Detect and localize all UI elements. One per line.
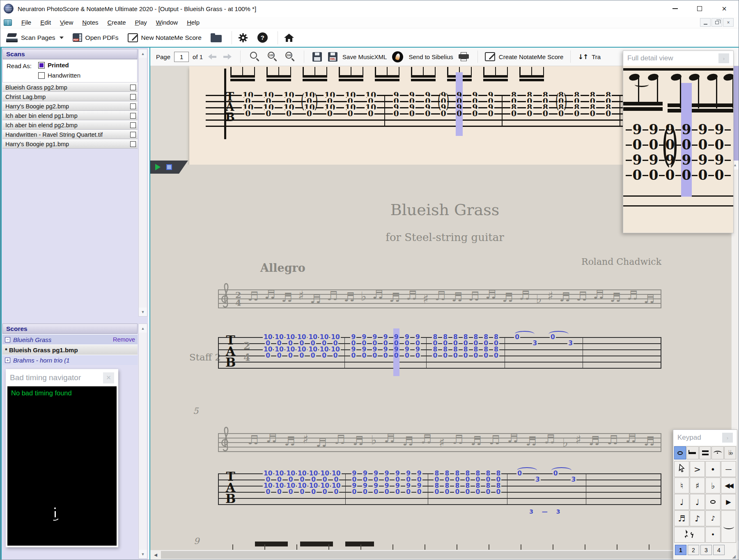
printed-checkbox[interactable]	[38, 62, 45, 69]
save-xml-icon[interactable]: XML	[328, 52, 337, 62]
chevron-down-icon[interactable]	[60, 37, 64, 39]
menu-view[interactable]: View	[55, 18, 78, 27]
tab-number[interactable]: 0	[493, 352, 499, 359]
tab-number[interactable]: 0	[444, 488, 450, 496]
keypad-whole-note-small-button[interactable]	[705, 494, 721, 510]
tab-number[interactable]: 0	[483, 352, 489, 359]
tab-number[interactable]: 3	[535, 476, 541, 483]
keypad-page-tab-1[interactable]: 1	[675, 545, 686, 555]
tab-number[interactable]: 0	[550, 333, 556, 341]
scores-scrollbar[interactable]: ▲ ▼	[138, 324, 147, 559]
child-close-button[interactable]: ×	[723, 18, 734, 27]
scan-file-checkbox[interactable]	[130, 141, 136, 147]
tab-number[interactable]: 0	[632, 167, 643, 183]
tab-number[interactable]: 0	[542, 109, 549, 118]
menu-create[interactable]: Create	[103, 18, 131, 27]
tab-number[interactable]: 0	[393, 352, 399, 359]
tab-number[interactable]: 9	[714, 122, 725, 138]
tab-number[interactable]: 0	[465, 488, 471, 496]
tab-number[interactable]: 0	[510, 109, 517, 118]
keypad-natural-button[interactable]: ♮	[674, 477, 689, 493]
tab-number[interactable]: 0	[434, 488, 440, 496]
tab-number[interactable]: 9	[632, 122, 643, 138]
score-list-item[interactable]: −Blueish GrassRemove	[2, 334, 138, 344]
tab-number[interactable]: 0	[287, 352, 294, 359]
print-icon[interactable]	[459, 52, 469, 61]
read-as-printed-option[interactable]: Printed	[38, 62, 69, 69]
stop-icon[interactable]	[166, 164, 172, 170]
tab-number[interactable]: 0	[573, 109, 580, 118]
tab-number[interactable]: 0	[265, 109, 272, 118]
send-to-sibelius-button[interactable]: Send to Sibelius	[409, 53, 453, 60]
keypad-rests-button[interactable]	[674, 527, 705, 543]
tab-number[interactable]: 0	[714, 137, 725, 153]
keypad-mode-whole-note[interactable]	[674, 446, 686, 459]
tab-number[interactable]: 0	[350, 352, 356, 359]
tab-number[interactable]: 9	[681, 152, 692, 168]
scan-file-row[interactable]: Christ Lag.bmp	[2, 92, 138, 101]
tab-number[interactable]: 3	[567, 340, 574, 347]
save-musicxml-button[interactable]: Save MusicXML	[342, 53, 387, 60]
tab-number[interactable]: 0	[333, 352, 339, 359]
tab-number[interactable]: 9	[698, 152, 709, 168]
scroll-down-arrow-icon[interactable]: ▼	[139, 308, 147, 316]
expand-icon[interactable]: +	[5, 358, 10, 363]
tab-number[interactable]: 0	[452, 352, 459, 359]
play-icon[interactable]	[155, 164, 161, 170]
keypad-mode-beamed-notes[interactable]	[699, 446, 711, 459]
tab-number[interactable]: 0	[487, 109, 494, 118]
child-minimize-button[interactable]	[700, 18, 711, 27]
tab-number[interactable]: 0	[424, 109, 431, 118]
tab-number[interactable]: 0	[442, 352, 448, 359]
tab-number[interactable]: 0	[681, 167, 692, 183]
keypad-play-button[interactable]: ▶	[721, 494, 736, 510]
tab-number[interactable]: 3	[571, 476, 577, 483]
tab-number[interactable]: 0	[415, 352, 421, 359]
previous-page-icon[interactable]	[208, 54, 216, 60]
tab-number[interactable]: 0	[632, 137, 643, 153]
create-notateme-score-button[interactable]: Create NotateMe Score	[499, 53, 564, 60]
transpose-label-truncated[interactable]: Tra	[592, 53, 601, 60]
keypad-mode-half-note[interactable]	[686, 446, 698, 459]
handwritten-checkbox[interactable]	[38, 72, 45, 79]
tab-number[interactable]: 0	[463, 352, 469, 359]
tab-number[interactable]: 0	[409, 109, 415, 118]
new-notateme-score-button[interactable]: New NotateMe Score	[128, 33, 202, 42]
tab-number[interactable]: 0	[383, 352, 389, 359]
tab-number[interactable]: 0	[496, 488, 502, 496]
tab-number[interactable]: 0	[404, 352, 410, 359]
tab-number[interactable]: 0	[456, 109, 463, 118]
tab-number[interactable]: 0	[714, 167, 725, 183]
tab-number[interactable]: 0	[473, 352, 479, 359]
tab-number[interactable]: 0	[698, 137, 709, 153]
menu-window[interactable]: Window	[151, 18, 182, 27]
keypad-page-tab-2[interactable]: 2	[688, 545, 699, 555]
tab-number[interactable]: 0	[471, 109, 478, 118]
tab-number[interactable]: 0	[432, 352, 438, 359]
tab-number[interactable]: 0	[395, 488, 401, 496]
tab-number[interactable]: 0	[372, 352, 378, 359]
read-as-handwritten-option[interactable]: Handwritten	[38, 72, 80, 79]
tab-number[interactable]: 9	[714, 152, 725, 168]
menu-notes[interactable]: Notes	[78, 18, 103, 27]
tab-number[interactable]: 0	[589, 109, 596, 118]
zoom-200-icon[interactable]: 200	[285, 51, 295, 62]
keypad-resize-grip[interactable]: ◢	[732, 554, 736, 559]
scan-file-checkbox[interactable]	[130, 132, 136, 138]
scan-file-row[interactable]: Blueish Grass pg2.bmp	[2, 83, 138, 92]
tab-number[interactable]: 0	[648, 137, 659, 153]
tab-number[interactable]: 0	[326, 109, 333, 118]
tab-number[interactable]: 0	[605, 109, 612, 118]
transpose-icon[interactable]: ↓↑	[578, 53, 588, 61]
scroll-down-arrow-icon[interactable]: ▼	[139, 550, 147, 558]
keypad-mode-fermata[interactable]	[711, 446, 723, 459]
tab-number[interactable]: 0	[526, 109, 533, 118]
horizontal-scrollbar-thumb[interactable]	[161, 551, 727, 559]
keypad-flat-button[interactable]: ♭	[705, 477, 721, 493]
scan-file-checkbox[interactable]	[130, 94, 136, 100]
tab-number[interactable]: 0	[475, 488, 481, 496]
open-folder-button[interactable]	[211, 33, 222, 42]
tab-number[interactable]: 0	[321, 352, 327, 359]
tab-number[interactable]: 0	[276, 352, 282, 359]
keypad-sharp-button[interactable]: ♯	[690, 477, 705, 493]
